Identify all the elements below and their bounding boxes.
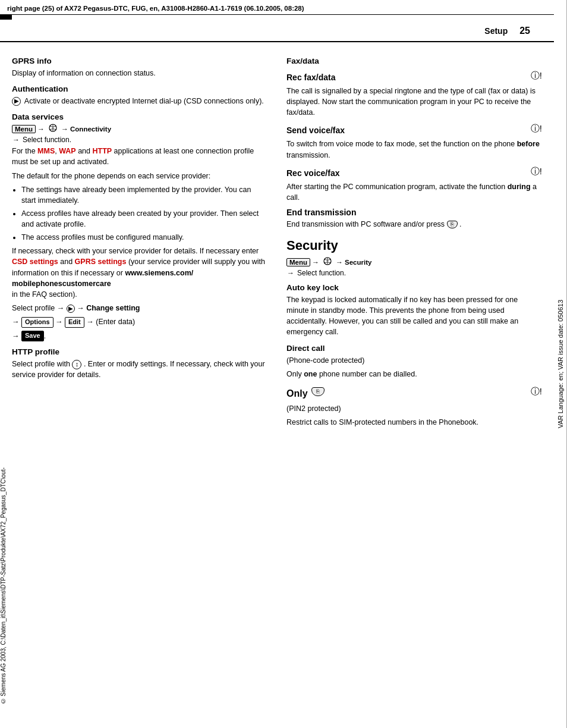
rec-fax-data: Rec fax/data ⓘ! The call is signalled by… xyxy=(286,68,542,118)
direct-call-text: Only one phone number can be dialled. xyxy=(286,369,542,379)
send-voice-fax: Send voice/fax ⓘ! To switch from voice m… xyxy=(286,121,542,160)
data-services-nav4: → Save. xyxy=(12,331,267,342)
data-services-para2: The default for the phone depends on eac… xyxy=(12,171,267,181)
only-heading-row: Only ⎘ ⓘ! xyxy=(286,382,542,401)
end-transmission: End transmission End transmission with P… xyxy=(286,208,542,230)
edit-button: Edit xyxy=(65,317,84,328)
data-services-nav2: Select profile → ▶ → Change setting xyxy=(12,303,267,313)
fax-data-section: Fax/data Rec fax/data ⓘ! The call is sig… xyxy=(286,57,542,230)
security-connectivity-icon xyxy=(322,257,333,267)
auto-key-lock-text: The keypad is locked automatically if no… xyxy=(286,294,542,338)
authentication-heading: Authentication xyxy=(12,84,267,93)
side-label-text: VAR Language: en; VAR issue date: 050613 xyxy=(557,300,564,428)
auth-icon: ▶ xyxy=(12,97,21,106)
authentication-text: ▶ Activate or deactivate encrypted Inter… xyxy=(12,96,267,106)
security-nav-arrow-1: → xyxy=(312,258,319,266)
bullet-1: The settings have already been implement… xyxy=(21,184,267,206)
rec-fax-subheading: Rec fax/data xyxy=(286,73,335,82)
top-bar: right page (25) of AX72 Pegasus-DTC, FUG… xyxy=(0,0,567,15)
send-voice-fax-heading-row: Send voice/fax ⓘ! xyxy=(286,121,542,137)
page-header-number: 25 xyxy=(519,26,530,36)
data-services-section: Data services Menu → → Connectiv xyxy=(12,112,267,341)
data-services-heading: Data services xyxy=(12,112,267,121)
end-call-icon: ⎘ xyxy=(447,221,458,228)
gprs-info-section: GPRS info Display of information on conn… xyxy=(12,57,267,79)
send-voice-fax-text: To switch from voice mode to fax mode, s… xyxy=(286,139,542,160)
rec-voice-fax-subheading: Rec voice/fax xyxy=(286,168,340,178)
auto-key-lock: Auto key lock The keypad is locked autom… xyxy=(286,283,542,338)
nav-arrow-2: → xyxy=(61,125,68,133)
rec-fax-text: The call is signalled by a special ringt… xyxy=(286,86,542,118)
only-fax-icon: ⓘ! xyxy=(531,386,542,397)
fax-data-heading: Fax/data xyxy=(286,57,542,65)
http-profile-section: HTTP profile Select profile with ↕ . Ent… xyxy=(12,347,267,380)
security-nav-arrow-2: → xyxy=(336,258,343,266)
direct-call-note: (Phone-code protected) xyxy=(286,355,542,366)
only-note: (PIN2 protected) xyxy=(286,403,542,414)
data-services-para3: If necessary, check with your service pr… xyxy=(12,246,267,300)
http-profile-heading: HTTP profile xyxy=(12,347,267,356)
security-section: Security Menu → → Security xyxy=(286,238,542,428)
data-services-select: → Select function. xyxy=(12,136,267,144)
data-services-para1: For the MMS, WAP and HTTP applications a… xyxy=(12,146,267,167)
security-heading: Security xyxy=(286,238,542,253)
security-menu-label: Menu xyxy=(286,258,310,266)
connectivity-icon xyxy=(48,124,58,134)
rec-voice-fax-heading-row: Rec voice/fax ⓘ! xyxy=(286,164,542,180)
side-label: VAR Language: en; VAR issue date: 050613 xyxy=(554,0,567,728)
right-column: Fax/data Rec fax/data ⓘ! The call is sig… xyxy=(277,51,554,432)
rec-voice-fax-text: After starting the PC communication prog… xyxy=(286,181,542,203)
gprs-info-heading: GPRS info xyxy=(12,57,267,65)
left-column: GPRS info Display of information on conn… xyxy=(0,51,277,432)
bullet-3: The access profiles must be configured m… xyxy=(21,232,267,243)
gprs-info-text: Display of information on connection sta… xyxy=(12,68,267,79)
only-heading-content: Only ⎘ xyxy=(286,382,325,401)
direct-call-heading: Direct call xyxy=(286,344,542,353)
authentication-section: Authentication ▶ Activate or deactivate … xyxy=(12,84,267,106)
save-button: Save xyxy=(21,331,44,341)
send-voice-fax-subheading: Send voice/fax xyxy=(286,125,345,135)
bullet-2: Access profiles have already been create… xyxy=(21,208,267,230)
end-transmission-subheading: End transmission xyxy=(286,208,542,217)
security-nav: Menu → → Security xyxy=(286,257,542,267)
rec-fax-icon: ⓘ! xyxy=(531,70,542,81)
end-key-icon: ⎘ xyxy=(311,387,325,396)
rec-voice-fax: Rec voice/fax ⓘ! After starting the PC c… xyxy=(286,164,542,203)
only-section: Only ⎘ ⓘ! (PIN2 protected) Restrict call… xyxy=(286,382,542,428)
options-button: Options xyxy=(21,317,53,328)
connectivity-label: Connectivity xyxy=(70,125,111,133)
page-container: right page (25) of AX72 Pegasus-DTC, FUG… xyxy=(0,0,567,728)
top-bar-text: right page (25) of AX72 Pegasus-DTC, FUG… xyxy=(7,5,304,12)
data-services-bullets: The settings have already been implement… xyxy=(21,184,267,243)
nav-arrow-1: → xyxy=(37,125,45,133)
rec-fax-heading-row: Rec fax/data ⓘ! xyxy=(286,68,542,84)
http-profile-text: Select profile with ↕ . Enter or modify … xyxy=(12,359,267,380)
security-select: → Select function. xyxy=(286,269,542,277)
page-header: Setup 25 xyxy=(0,20,554,42)
page-header-title: Setup xyxy=(484,26,508,36)
only-heading-text: Only xyxy=(286,388,308,399)
rec-voice-fax-icon: ⓘ! xyxy=(531,166,542,177)
scroll-icon: ↕ xyxy=(72,360,81,369)
data-services-nav: Menu → → Connectivity xyxy=(12,124,267,134)
nav2-circle-icon: ▶ xyxy=(67,305,75,313)
menu-label: Menu xyxy=(12,125,36,133)
data-services-nav3: → Options → Edit → (Enter data) xyxy=(12,316,267,328)
copyright-text: © Siemens AG 2003, C:\Daten_it\Siemens\D… xyxy=(0,467,9,704)
end-transmission-text: End transmission with PC software and/or… xyxy=(286,219,542,230)
security-label: Security xyxy=(345,259,371,266)
send-voice-fax-icon: ⓘ! xyxy=(531,123,542,134)
only-text: Restrict calls to SIM-protected numbers … xyxy=(286,417,542,428)
direct-call: Direct call (Phone-code protected) Only … xyxy=(286,344,542,379)
content-area: GPRS info Display of information on conn… xyxy=(0,42,554,432)
auto-key-lock-heading: Auto key lock xyxy=(286,283,542,292)
